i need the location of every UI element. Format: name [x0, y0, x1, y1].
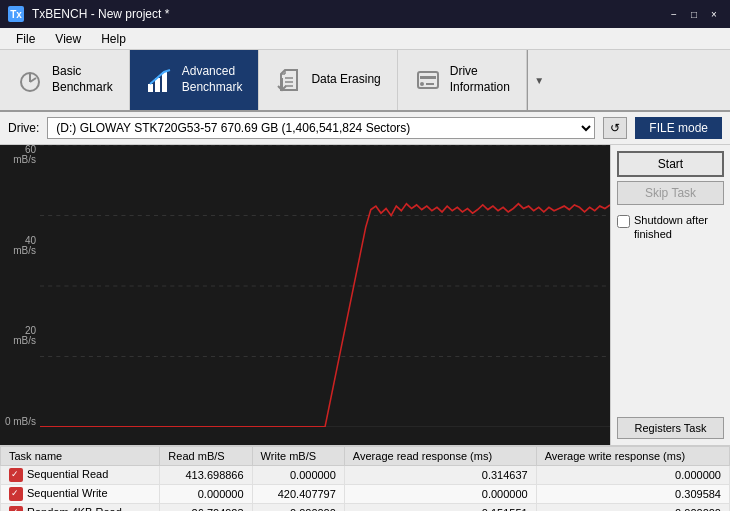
drive-refresh-button[interactable]: ↺ [603, 117, 627, 139]
col-header-taskname: Task name [1, 447, 160, 466]
cell-avg-write: 0.000000 [536, 504, 729, 511]
shutdown-label: Shutdown after finished [634, 213, 724, 242]
y-label-60: 60 mB/s [0, 145, 36, 165]
advanced-benchmark-icon [146, 66, 174, 94]
register-task-button[interactable]: Registers Task [617, 417, 724, 439]
menu-view[interactable]: View [47, 30, 89, 48]
cell-taskname: Sequential Read [1, 466, 160, 485]
cell-avg-write: 0.000000 [536, 466, 729, 485]
chart-area: 60 mB/s 40 mB/s 20 mB/s 0 mB/s [0, 145, 610, 445]
advanced-benchmark-label: Advanced Benchmark [182, 64, 243, 95]
data-erasing-label: Data Erasing [311, 72, 380, 88]
cell-write: 420.407797 [252, 485, 344, 504]
svg-rect-14 [426, 83, 434, 85]
cell-read: 0.000000 [160, 485, 252, 504]
chart-grid [40, 145, 610, 427]
window-controls: − □ × [666, 6, 722, 22]
cell-avg-read: 0.314637 [344, 466, 536, 485]
toolbar-dropdown[interactable]: ▼ [527, 50, 551, 110]
toolbar: Basic Benchmark Advanced Benchmark [0, 50, 730, 112]
col-header-avg-write: Average write response (ms) [536, 447, 729, 466]
y-label-0: 0 mB/s [0, 417, 36, 427]
main-content: 60 mB/s 40 mB/s 20 mB/s 0 mB/s Start Ski… [0, 145, 730, 445]
cell-avg-write: 0.309584 [536, 485, 729, 504]
start-button[interactable]: Start [617, 151, 724, 177]
menu-file[interactable]: File [8, 30, 43, 48]
svg-rect-5 [162, 72, 167, 92]
table-row: Sequential Read 413.698866 0.000000 0.31… [1, 466, 730, 485]
shutdown-checkbox[interactable] [617, 215, 630, 228]
title-bar: Tx TxBENCH - New project * − □ × [0, 0, 730, 28]
drive-information-label: Drive Information [450, 64, 510, 95]
drive-select[interactable]: (D:) GLOWAY STK720G53-57 670.69 GB (1,40… [47, 117, 595, 139]
drive-section: Drive: (D:) GLOWAY STK720G53-57 670.69 G… [0, 112, 730, 145]
window-title: TxBENCH - New project * [32, 7, 169, 21]
app-icon: Tx [8, 6, 24, 22]
drive-information-button[interactable]: Drive Information [398, 50, 527, 110]
y-label-20: 20 mB/s [0, 326, 36, 346]
basic-benchmark-button[interactable]: Basic Benchmark [0, 50, 130, 110]
cell-write: 0.000000 [252, 504, 344, 511]
col-header-read: Read mB/S [160, 447, 252, 466]
drive-label: Drive: [8, 121, 39, 135]
maximize-button[interactable]: □ [686, 6, 702, 22]
chart-y-labels: 60 mB/s 40 mB/s 20 mB/s 0 mB/s [0, 145, 40, 427]
cell-taskname: Random 4KB Read [1, 504, 160, 511]
basic-benchmark-icon [16, 66, 44, 94]
col-header-write: Write mB/S [252, 447, 344, 466]
cell-taskname: Sequential Write [1, 485, 160, 504]
col-header-avg-read: Average read response (ms) [344, 447, 536, 466]
cell-write: 0.000000 [252, 466, 344, 485]
menu-bar: File View Help [0, 28, 730, 50]
results-table: Task name Read mB/S Write mB/S Average r… [0, 446, 730, 511]
table-row: Random 4KB Read 26.704923 0.000000 0.151… [1, 504, 730, 511]
advanced-benchmark-button[interactable]: Advanced Benchmark [130, 50, 260, 110]
svg-point-13 [420, 82, 424, 86]
skip-task-button[interactable]: Skip Task [617, 181, 724, 205]
data-erasing-icon [275, 66, 303, 94]
sidebar: Start Skip Task Shutdown after finished … [610, 145, 730, 445]
minimize-button[interactable]: − [666, 6, 682, 22]
data-erasing-button[interactable]: Data Erasing [259, 50, 397, 110]
svg-rect-15 [420, 76, 436, 79]
file-mode-button[interactable]: FILE mode [635, 117, 722, 139]
svg-rect-3 [148, 84, 153, 92]
table-row: Sequential Write 0.000000 420.407797 0.0… [1, 485, 730, 504]
cell-read: 26.704923 [160, 504, 252, 511]
cell-read: 413.698866 [160, 466, 252, 485]
close-button[interactable]: × [706, 6, 722, 22]
results-table-container: Task name Read mB/S Write mB/S Average r… [0, 445, 730, 511]
cell-avg-read: 0.000000 [344, 485, 536, 504]
drive-information-icon [414, 66, 442, 94]
y-label-40: 40 mB/s [0, 236, 36, 256]
shutdown-option: Shutdown after finished [617, 213, 724, 242]
menu-help[interactable]: Help [93, 30, 134, 48]
basic-benchmark-label: Basic Benchmark [52, 64, 113, 95]
cell-avg-read: 0.151551 [344, 504, 536, 511]
